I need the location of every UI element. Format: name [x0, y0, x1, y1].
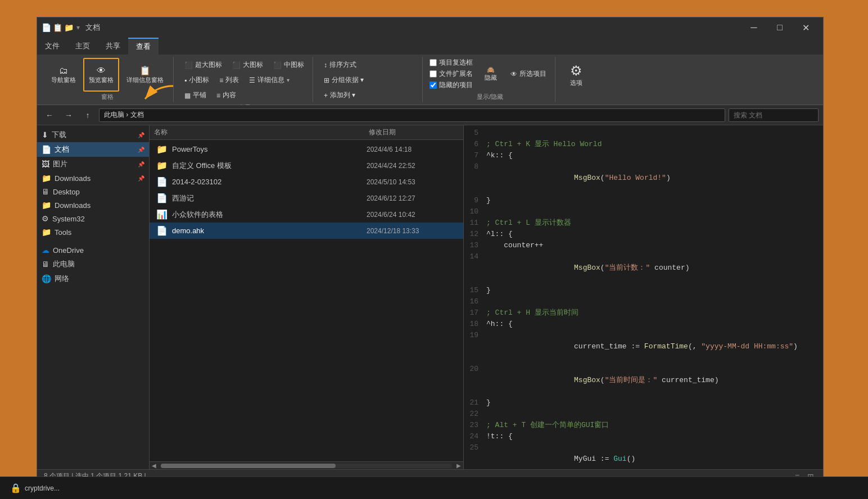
code-text-9: }	[484, 195, 823, 206]
small-icons-button[interactable]: ▪ 小图标	[180, 73, 213, 87]
preview-pane-button[interactable]: 👁 预览窗格	[83, 58, 119, 92]
sidebar-item-desktop[interactable]: 🖥 Desktop	[37, 185, 149, 198]
sidebar-item-downloads1-label: Downloads	[55, 174, 91, 183]
code-8-paren1: (	[600, 174, 605, 182]
close-button[interactable]: ✕	[793, 17, 819, 38]
tiles-button[interactable]: ▦ 平铺	[180, 88, 210, 102]
c20-v: current_time)	[657, 376, 718, 384]
file-item-word[interactable]: 📄 西游记 2024/6/12 12:27	[150, 190, 463, 206]
dl1-pin-icon: 📌	[138, 175, 144, 182]
code-text-19: current_time := FormatTime(, "yyyy-MM-dd…	[484, 330, 823, 364]
code-line-18: 18 ^h:: {	[464, 319, 823, 330]
address-bar[interactable]: 此电脑 › 文档	[99, 108, 725, 122]
sidebar-item-downloads1[interactable]: 📁 Downloads 📌	[37, 171, 149, 185]
file-and-code-area: 名称 修改日期 📁 PowerToys 2024/4/6 14:18 📁 自定义…	[150, 125, 823, 469]
file-item-powertoys[interactable]: 📁 PowerToys 2024/4/6 14:18	[150, 141, 463, 157]
tab-file[interactable]: 文件	[37, 38, 67, 55]
sidebar-item-system32[interactable]: ⚙ System32	[37, 212, 149, 225]
up-button[interactable]: ↑	[80, 107, 96, 123]
maximize-button[interactable]: □	[767, 17, 793, 38]
code-text-21: }	[484, 397, 823, 409]
selected-icon: 👁	[510, 70, 517, 78]
forward-button[interactable]: →	[61, 107, 76, 123]
medium-icons-button[interactable]: ⬛ 中图标	[269, 58, 308, 72]
ribbon-tabs: 文件 主页 共享 查看	[37, 38, 823, 55]
c19-p1: (,	[688, 342, 701, 351]
search-input[interactable]	[729, 108, 819, 122]
minimize-button[interactable]: ─	[741, 17, 767, 38]
code-content: 5 6 ; Ctrl + K 显示 Hello World 7 ^k:: {	[464, 125, 823, 469]
back-button[interactable]: ←	[42, 107, 57, 123]
content-button[interactable]: ≡ 内容	[213, 88, 240, 102]
list-button[interactable]: ≡ 列表	[215, 73, 243, 87]
code-line-11: 11 ; Ctrl + L 显示计数器	[464, 217, 823, 229]
file-item-office-template[interactable]: 📁 自定义 Office 模板 2024/4/24 22:52	[150, 157, 463, 174]
line-num-19: 19	[464, 330, 484, 364]
file-item-pdf[interactable]: 📄 2014-2-023102 2024/5/10 14:53	[150, 174, 463, 190]
details-pane-button[interactable]: 📋 详细信息窗格	[121, 58, 169, 92]
selected-items-button[interactable]: 👁 所选项目	[507, 67, 550, 81]
tab-share[interactable]: 共享	[98, 38, 128, 55]
ahk-icon: 📄	[156, 225, 168, 236]
sidebar-item-tools[interactable]: 📁 Tools	[37, 225, 149, 239]
line-num-22: 22	[464, 409, 484, 420]
sidebar-item-this-pc[interactable]: 🖥 此电脑	[37, 257, 149, 271]
hide-button[interactable]: 🙈 隐藏	[480, 63, 502, 85]
c19-s: "yyyy-MM-dd HH:mm:ss"	[701, 342, 793, 351]
scrollbar-thumb[interactable]	[161, 464, 336, 468]
window-title: 文档	[85, 22, 100, 33]
ribbon-group-options: ⚙ 选项	[558, 57, 595, 102]
details-dropdown-arrow: ▾	[287, 77, 290, 83]
main-area: ⬇ 下载 📌 📄 文档 📌 🖼 图片 📌 📁 Downloads 📌 🖥	[37, 125, 823, 469]
file-list-area: 名称 修改日期 📁 PowerToys 2024/4/6 14:18 📁 自定义…	[150, 125, 463, 469]
horizontal-scrollbar[interactable]: ◀ ▶	[150, 461, 463, 469]
medium-icon: ⬛	[273, 61, 282, 69]
office-template-date: 2024/4/24 22:52	[367, 162, 456, 170]
options-button[interactable]: ⚙ 选项	[562, 58, 590, 92]
hidden-items-label: 隐藏的项目	[439, 80, 473, 90]
file-ext-input[interactable]	[430, 70, 437, 78]
doc-pin-icon: 📌	[138, 147, 144, 153]
add-col-icon: +	[324, 92, 328, 99]
scroll-right-arrow[interactable]: ▶	[454, 462, 463, 470]
code-line-7: 7 ^k:: {	[464, 150, 823, 161]
scrollbar-track[interactable]	[161, 464, 452, 468]
nav-pane-button[interactable]: 🗂 导航窗格	[46, 58, 81, 92]
sort-by-button[interactable]: ↕ 排序方式	[320, 58, 418, 72]
code-line-15: 15 }	[464, 285, 823, 296]
file-item-excel[interactable]: 📊 小众软件的表格 2024/6/24 10:42	[150, 206, 463, 223]
tab-view[interactable]: 查看	[128, 38, 159, 55]
line-num-5: 5	[464, 128, 484, 139]
line-num-16: 16	[464, 296, 484, 307]
options-icon: ⚙	[570, 63, 582, 79]
hidden-items-toggle[interactable]: 隐藏的项目	[430, 80, 473, 90]
code-line-25: 25 MyGui := Gui()	[464, 442, 823, 469]
hidden-items-input[interactable]	[430, 81, 437, 89]
sidebar-item-documents[interactable]: 📄 文档 📌	[37, 142, 149, 157]
code-8-str: "Hello World!"	[605, 174, 666, 182]
group-icon: ⊞	[324, 76, 329, 84]
desktop-icon: 🖥	[42, 187, 49, 196]
item-checkbox-toggle[interactable]: 项目复选框	[430, 58, 473, 67]
pane-buttons: 🗂 导航窗格 👁 预览窗格 📋 详细信息窗格	[46, 58, 169, 92]
extra-large-icons-button[interactable]: ⬛ 超大图标	[180, 58, 226, 72]
this-pc-icon: 🖥	[42, 260, 49, 269]
sidebar-item-onedrive[interactable]: ☁ OneDrive	[37, 243, 149, 257]
details-button[interactable]: ☰ 详细信息 ▾	[245, 73, 293, 87]
add-columns-button[interactable]: + 添加列 ▾	[320, 88, 418, 102]
item-checkbox-input[interactable]	[430, 59, 437, 66]
file-item-ahk[interactable]: 📄 demo.ahk 2024/12/18 13:33	[150, 223, 463, 239]
scroll-left-arrow[interactable]: ◀	[150, 462, 159, 470]
sidebar-item-downloads-pin[interactable]: ⬇ 下载 📌	[37, 128, 149, 142]
ribbon-group-layout: ⬛ 超大图标 ⬛ 大图标 ⬛ 中图标 ▪ 小图标	[176, 57, 313, 102]
taskbar-item-cryptdrive[interactable]: 🔒 cryptdrive...	[4, 480, 65, 496]
file-ext-toggle[interactable]: 文件扩展名	[430, 69, 473, 79]
tab-home[interactable]: 主页	[67, 38, 98, 55]
sidebar-item-pictures[interactable]: 🖼 图片 📌	[37, 157, 149, 171]
group-by-button[interactable]: ⊞ 分组依据 ▾	[320, 73, 418, 87]
sidebar-item-downloads2[interactable]: 📁 Downloads	[37, 198, 149, 212]
sidebar-item-network[interactable]: 🌐 网络	[37, 271, 149, 286]
layout-row3: ▦ 平铺 ≡ 内容	[180, 88, 308, 102]
code-text-20: MsgBox("当前时间是：" current_time)	[484, 364, 823, 397]
large-icons-button[interactable]: ⬛ 大图标	[228, 58, 267, 72]
